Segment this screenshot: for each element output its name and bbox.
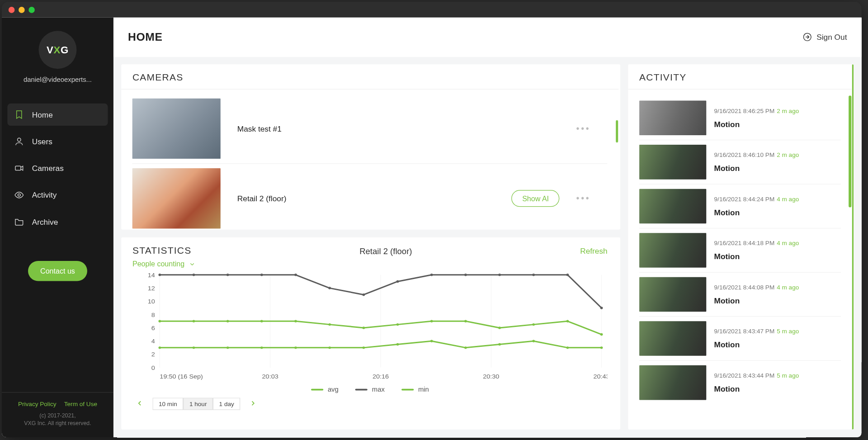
window-close-icon[interactable] [9,6,15,13]
range-button-1day[interactable]: 1 day [213,397,240,410]
refresh-button[interactable]: Refresh [580,246,608,255]
topbar: HOME Sign Out [113,18,862,57]
app-root: VXG daniel@videoexperts... HomeUsersCame… [2,18,862,438]
activity-timestamp: 9/16/2021 8:44:18 PM [714,240,775,246]
metric-selector[interactable]: People counting [121,260,618,270]
svg-point-46 [464,346,467,349]
activity-thumbnail [639,189,706,224]
svg-point-21 [566,274,569,276]
chart-y-tick: 6 [151,324,155,331]
activity-row[interactable]: 9/16/2021 8:46:25 PM2 m agoMotion [639,96,841,141]
activity-timestamp: 9/16/2021 8:43:47 PM [714,328,775,335]
range-button-10min[interactable]: 10 min [152,397,183,410]
statistics-header: STATISTICS Retail 2 (floor) Refresh [121,237,618,260]
terms-link[interactable]: Term of Use [64,401,97,407]
sidebar-item-cameras[interactable]: Cameras [7,157,108,179]
svg-point-43 [362,346,365,349]
range-button-1hour[interactable]: 1 hour [183,397,213,410]
activity-info: 9/16/2021 8:46:10 PM2 m agoMotion [714,151,841,173]
activity-type: Motion [714,384,841,393]
activity-row[interactable]: 9/16/2021 8:44:18 PM4 m agoMotion [639,228,841,273]
activity-type: Motion [714,296,841,305]
activity-card: ACTIVITY 9/16/2021 8:46:25 PM2 m agoMoti… [628,64,854,430]
page-title: HOME [128,31,163,43]
camera-icon [14,163,24,173]
camera-row[interactable]: Mask test #1••• [132,94,608,164]
cameras-scrollbar[interactable] [616,120,618,142]
activity-info: 9/16/2021 8:44:24 PM4 m agoMotion [714,195,841,217]
account-email: daniel@videoexperts... [18,76,98,83]
svg-point-13 [294,274,297,276]
svg-point-41 [294,346,297,349]
legend-avg: avg [311,385,339,393]
svg-point-22 [600,307,603,309]
svg-point-27 [294,320,297,322]
privacy-link[interactable]: Privacy Policy [18,401,57,407]
activity-row[interactable]: 9/16/2021 8:44:08 PM4 m agoMotion [639,273,841,317]
chart-x-tick: 20:16 [373,373,389,380]
sidebar-item-label: Users [32,137,52,146]
sidebar-item-label: Cameras [32,164,64,173]
metric-selector-label: People counting [132,260,184,268]
activity-ago: 4 m ago [777,240,799,246]
camera-more-icon[interactable]: ••• [576,123,591,133]
activity-row[interactable]: 9/16/2021 8:43:44 PM5 m agoMotion [639,361,841,404]
activity-timestamp: 9/16/2021 8:46:25 PM [714,107,775,114]
svg-rect-1 [15,166,21,170]
range-next-button[interactable] [246,398,260,410]
svg-point-20 [532,274,535,276]
activity-type: Motion [714,208,841,217]
activity-row[interactable]: 9/16/2021 8:46:10 PM2 m agoMotion [639,140,841,185]
activity-info: 9/16/2021 8:46:25 PM2 m agoMotion [714,107,841,128]
activity-timestamp: 9/16/2021 8:43:44 PM [714,372,775,379]
sidebar-item-activity[interactable]: Activity [7,184,108,206]
sidebar-item-archive[interactable]: Archive [7,211,108,233]
activity-thumbnail [639,277,706,312]
svg-point-28 [328,323,331,326]
sidebar: VXG daniel@videoexperts... HomeUsersCame… [2,18,113,438]
sidebar-item-users[interactable]: Users [7,130,108,152]
folder-icon [14,217,24,227]
legend-max: max [355,385,385,393]
activity-timestamp: 9/16/2021 8:46:10 PM [714,151,775,158]
sidebar-item-label: Archive [32,218,58,227]
statistics-subject: Retail 2 (floor) [359,246,412,255]
svg-point-24 [193,320,195,322]
statistics-card: STATISTICS Retail 2 (floor) Refresh Peop… [121,237,620,430]
camera-thumbnail [132,168,221,228]
chevron-down-icon [189,260,196,267]
range-prev-button[interactable] [132,398,147,410]
svg-point-12 [260,274,263,276]
camera-row[interactable]: Retail 2 (floor)Show AI••• [132,164,608,230]
svg-point-35 [566,320,569,322]
sign-out-label: Sign Out [816,33,847,42]
show-ai-button[interactable]: Show AI [512,190,560,207]
bookmark-icon [14,109,24,119]
statistics-chart: 0246810121419:50 (16 Sep)20:0320:1620:30… [132,270,608,382]
sidebar-item-home[interactable]: Home [7,104,108,126]
activity-scrollbar[interactable] [849,95,851,207]
svg-point-36 [600,333,603,336]
window-minimize-icon[interactable] [19,6,25,13]
chart-y-tick: 8 [151,311,155,318]
legend-min: min [401,385,429,393]
window-zoom-icon[interactable] [28,6,35,13]
chart-x-tick: 19:50 (16 Sep) [160,373,203,380]
contact-us-button[interactable]: Contact us [28,261,87,281]
sign-out-button[interactable]: Sign Out [802,32,847,42]
sidebar-item-label: Activity [32,190,57,199]
svg-point-50 [600,346,603,349]
activity-thumbnail [639,365,706,400]
activity-row[interactable]: 9/16/2021 8:44:24 PM4 m agoMotion [639,185,841,229]
svg-point-15 [362,293,365,296]
svg-point-16 [396,280,399,283]
activity-ago: 5 m ago [777,328,799,335]
sidebar-footer: Privacy Policy Term of Use (c) 2017-2021… [2,392,113,437]
camera-more-icon[interactable]: ••• [576,194,591,203]
chart-y-tick: 0 [151,364,155,371]
svg-point-10 [193,274,195,276]
svg-point-31 [430,320,433,322]
activity-row[interactable]: 9/16/2021 8:43:47 PM5 m agoMotion [639,317,841,361]
cameras-card: CAMERAS Mask test #1•••Retail 2 (floor)S… [121,64,620,229]
sidebar-item-label: Home [32,110,53,119]
